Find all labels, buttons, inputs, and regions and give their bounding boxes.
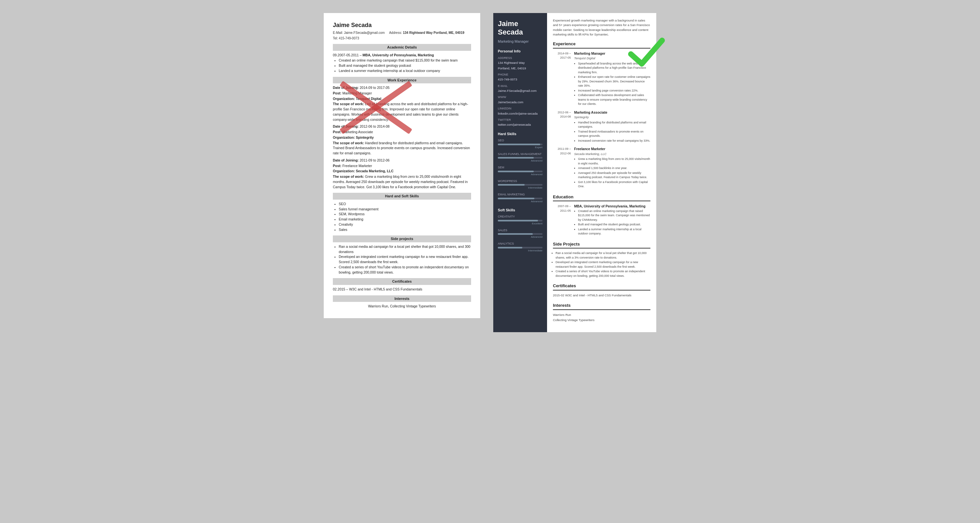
right-experience-title: Experience xyxy=(553,41,651,49)
right-address-line2: Portland, ME, 04019 xyxy=(498,66,542,71)
skill-analytics: ANALYTICS Intermediate xyxy=(498,242,542,253)
right-summary: Experienced growth marketing manager wit… xyxy=(553,18,651,37)
right-linkedin-label: LinkedIn xyxy=(498,106,542,111)
left-interests-header: Interests xyxy=(333,295,471,302)
resume-left: Jaime Secada E-Mail: Jaime.FSecada@gmail… xyxy=(324,13,480,318)
address-label: Address: xyxy=(389,31,402,35)
left-work-entry3-scope: The scope of work: Grew a marketing blog… xyxy=(333,174,471,190)
right-certificates-section: Certificates 2015-02 W3C and Intel - HTM… xyxy=(553,283,651,298)
right-address-line1: 134 Rightward Way xyxy=(498,60,542,65)
right-www-label: WWW xyxy=(498,95,542,100)
left-interests-entry: Warriors Run, Collecting Vintage Typewri… xyxy=(333,304,471,309)
left-work-entry2-date: Date of Joining: 2012-06 to 2014-08 xyxy=(333,124,471,129)
left-work-entry3-post: Post: Freelance Marketer xyxy=(333,163,471,169)
right-phone-label: Phone xyxy=(498,73,542,77)
left-work-entry1-post: Post: Marketing Manager xyxy=(333,91,471,96)
left-cert-entry: 02.2015 – W3C and Intel - HTML5 and CSS … xyxy=(333,287,471,292)
left-academic-bullets: Created an online marketing campaign tha… xyxy=(339,58,471,73)
left-contact-email: E-Mail: Jaime.FSecada@gmail.com Address:… xyxy=(333,30,471,35)
left-academic-date: 09.2007-05.2011 – MBA, University of Pen… xyxy=(333,53,471,58)
left-cert-header: Certificates xyxy=(333,278,471,285)
skill-wordpress: WORDPRESS Intermediate xyxy=(498,179,542,190)
skill-sales: SALES Advanced xyxy=(498,228,542,239)
right-main: Experienced growth marketing manager wit… xyxy=(547,13,656,332)
left-work-header: Work Experience xyxy=(333,77,471,84)
skill-creativity: CREATIVITY Excellent xyxy=(498,215,542,226)
right-interests-section: Interests Warriors Run Collecting Vintag… xyxy=(553,302,651,322)
right-sidebar-name: Jaime Secada xyxy=(498,19,542,37)
tel-label: Tel: xyxy=(333,36,338,40)
right-exp-entry1: 2014-09 –2017-05 Marketing Manager Tenqu… xyxy=(553,51,651,107)
right-education-title: Education xyxy=(553,194,651,201)
left-contact-tel: Tel: 415-749-0073 xyxy=(333,36,471,41)
left-work-entry3-org: Organization: Secada Marketing, LLC xyxy=(333,169,471,174)
email-value: Jaime.FSecada@gmail.com xyxy=(344,31,385,35)
email-label: E-Mail: xyxy=(333,31,343,35)
address-value: 134 Rightward Way Portland, ME, 04019 xyxy=(403,31,465,35)
right-exp-entry2: 2012-06 –2014-08 Marketing Associate Spi… xyxy=(553,110,651,144)
right-soft-skills-title: Soft Skills xyxy=(498,208,542,213)
right-sideprojects-title: Side Projects xyxy=(553,241,651,249)
left-sideprojects-header: Side projects xyxy=(333,235,471,242)
right-twitter-value: twitter.com/jaimesecada xyxy=(498,122,542,127)
left-academic-header: Academic Details xyxy=(333,44,471,51)
right-address-label: Address xyxy=(498,56,542,60)
left-work-entry1-org: Organization: Tenquist Digital xyxy=(333,97,471,101)
right-email-value: Jaime.FSecada@gmail.com xyxy=(498,89,542,93)
right-cert-entry: 2015-02 W3C and Intel - HTML5 and CSS Fu… xyxy=(553,293,651,298)
left-work-entry1-date: Date of Joining: 2014-09 to 2017-05 xyxy=(333,85,471,90)
left-skills-header: Hard and Soft Skills xyxy=(333,193,471,200)
right-phone-value: 415-749-0073 xyxy=(498,77,542,82)
left-work-entry2-post: Post: Marketing Associate xyxy=(333,130,471,135)
right-experience-section: Experience 2014-09 –2017-05 Marketing Ma… xyxy=(553,41,651,189)
skill-sales-funnel: SALES FUNNEL MANAGEMENT Advanced xyxy=(498,152,542,163)
skill-email-marketing: EMAIL MARKETING Advanced xyxy=(498,192,542,203)
right-hard-skills-title: Hard Skills xyxy=(498,131,542,137)
left-work-entry3-date: Date of Joining: 2011-09 to 2012-06 xyxy=(333,158,471,163)
right-sideprojects-list: Ran a social media ad campaign for a loc… xyxy=(555,251,651,278)
left-skills-list: SEO Sales funnel management SEM, Wordpre… xyxy=(339,201,471,233)
right-certificates-title: Certificates xyxy=(553,283,651,290)
right-www-value: JaimeSecada.com xyxy=(498,100,542,105)
tel-value: 415-749-0073 xyxy=(339,36,359,40)
right-email-label: E-mail xyxy=(498,84,542,89)
right-interests-item2: Collecting Vintage Typewriters xyxy=(553,318,651,322)
skill-seo: SEO Expert xyxy=(498,138,542,149)
left-work-entry2-scope: The scope of work: Handled branding for … xyxy=(333,141,471,156)
right-personal-info-title: Personal Info xyxy=(498,49,542,54)
right-interests-title: Interests xyxy=(553,302,651,310)
left-work-entry2-org: Organization: Spintegrity xyxy=(333,135,471,140)
right-exp-entry3: 2011-09 –2012-06 Freelance Marketer Seca… xyxy=(553,147,651,189)
right-education-section: Education 2007-09 –2011-05 MBA, Universi… xyxy=(553,194,651,236)
left-work-entry1-scope: The scope of work: Led all branding acro… xyxy=(333,101,471,122)
right-linkedin-value: linkedin.com/in/jaime-secada xyxy=(498,111,542,116)
left-sideprojects-list: Ran a social media ad campaign for a loc… xyxy=(339,244,471,275)
right-sidebar: Jaime Secada Marketing Manager Personal … xyxy=(493,13,547,332)
skill-sem: SEM Advanced xyxy=(498,165,542,176)
resume-right: Jaime Secada Marketing Manager Personal … xyxy=(493,13,656,332)
right-edu-entry1: 2007-09 –2011-05 MBA, University of Penn… xyxy=(553,204,651,236)
left-name: Jaime Secada xyxy=(333,21,471,30)
right-interests-item1: Warriors Run xyxy=(553,313,651,317)
right-twitter-label: Twitter xyxy=(498,118,542,122)
right-sidebar-title: Marketing Manager xyxy=(498,39,542,44)
right-sideprojects-section: Side Projects Ran a social media ad camp… xyxy=(553,241,651,279)
